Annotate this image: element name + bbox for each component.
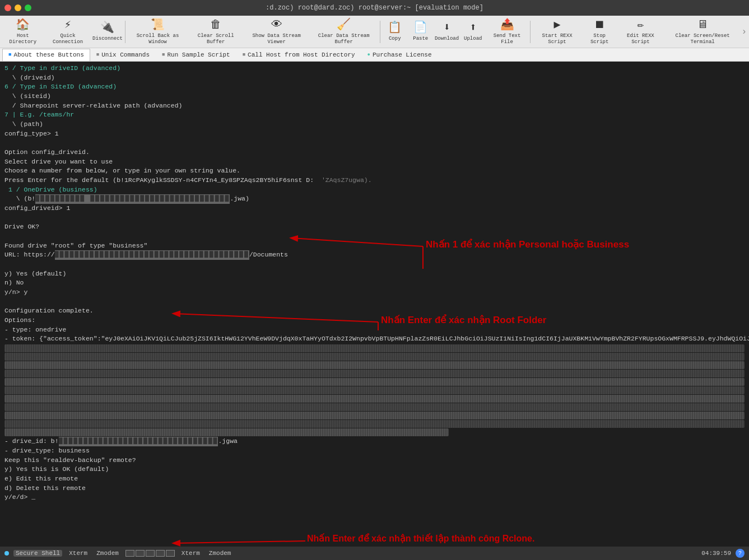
line-6: 7 | E.g. /teams/hr: [4, 110, 745, 120]
zmodem-1-label: Zmodem: [96, 550, 119, 557]
upload-label: Upload: [464, 36, 482, 42]
host-directory-label: Host Directory: [4, 33, 41, 45]
copy-button[interactable]: 📋 Copy: [383, 18, 407, 46]
stop-script-icon: ⏹: [594, 18, 605, 32]
line-3: 6 / Type in SiteID (advanced): [4, 82, 745, 92]
xterm-box-2: [136, 550, 145, 557]
paste-button[interactable]: 📄 Paste: [408, 18, 433, 46]
line-7: \ (path): [4, 120, 745, 129]
status-bar: Secure Shell Xterm Zmodem Xterm Zmodem 0…: [0, 547, 749, 560]
token-blur-8: [4, 403, 745, 411]
tab-about-buttons-dot: ■: [8, 52, 11, 58]
minimize-button[interactable]: [15, 4, 21, 11]
line-blank-1: [4, 138, 745, 148]
close-button[interactable]: [4, 4, 11, 11]
toolbar: 🏠 Host Directory ⚡ Quick Connection 🔌 Di…: [0, 16, 749, 48]
token-blur-5: [4, 378, 745, 386]
tab-run-sample[interactable]: ■ Run Sample Script: [156, 49, 236, 61]
line-blank-3: [4, 232, 745, 241]
edit-rexx-button[interactable]: ✏ Edit REXX Script: [617, 18, 664, 46]
tab-run-dot: ■: [162, 52, 165, 58]
main-area: 5 / Type in driveID (advanced) \ (drivei…: [0, 62, 749, 547]
line-22: Configuration complete.: [4, 306, 745, 316]
line-25: - token: {"access_token":"eyJ0eXAiOiJKV1…: [4, 334, 745, 344]
title-bar: :d.zoc) root@dard.zoc) root@server:~ [ev…: [0, 0, 749, 16]
status-zmodem-1[interactable]: Zmodem: [94, 550, 121, 557]
svg-line-4: [174, 541, 305, 543]
tab-purchase[interactable]: ● Purchase License: [361, 49, 438, 61]
xterm-boxes: [125, 550, 175, 557]
tab-run-label: Run Sample Script: [167, 52, 230, 58]
show-data-stream-button[interactable]: 👁 Show Data Stream Viewer: [244, 18, 309, 46]
line-4: \ (siteid): [4, 92, 745, 101]
tab-about-buttons[interactable]: ■ About these Buttons: [2, 49, 90, 61]
maximize-button[interactable]: [25, 4, 31, 11]
scroll-back-button[interactable]: 📜 Scroll Back as Window: [128, 18, 187, 46]
host-directory-icon: 🏠: [16, 18, 30, 32]
start-rexx-button[interactable]: ▶ Start REXX Script: [533, 18, 582, 46]
start-rexx-icon: ▶: [554, 18, 561, 32]
status-indicator: [4, 551, 9, 556]
download-button[interactable]: ⬇ Download: [434, 18, 459, 46]
clear-screen-button[interactable]: 🖥 Clear Screen/Reset Terminal: [665, 18, 741, 46]
token-blur-1: [4, 344, 745, 352]
tab-unix-dot: ■: [96, 52, 99, 58]
line-19: y) Yes (default): [4, 269, 745, 279]
line-5: / Sharepoint server-relative path (advan…: [4, 101, 745, 111]
status-zmodem-2[interactable]: Zmodem: [207, 550, 234, 557]
clear-data-stream-label: Clear Data Stream Buffer: [312, 33, 375, 45]
line-9: Option config_driveid.: [4, 148, 745, 157]
secure-shell-label: Secure Shell: [16, 550, 60, 557]
disconnect-button[interactable]: 🔌 Disconnect: [92, 18, 123, 46]
clear-data-stream-button[interactable]: 🧹 Clear Data Stream Buffer: [310, 18, 377, 46]
upload-icon: ⬆: [469, 21, 476, 35]
line-23: Options:: [4, 316, 745, 325]
tab-about-buttons-label: About these Buttons: [13, 52, 83, 58]
line-17: Found drive "root" of type "business": [4, 241, 745, 251]
send-text-label: Send Text File: [489, 33, 525, 45]
copy-label: Copy: [389, 36, 401, 42]
tab-unix-label: Unix Commands: [101, 52, 150, 58]
xterm-box-4: [156, 550, 165, 557]
status-secure-shell[interactable]: Secure Shell: [13, 550, 62, 557]
terminal[interactable]: 5 / Type in driveID (advanced) \ (drivei…: [0, 62, 749, 547]
send-text-icon: 📤: [500, 18, 514, 32]
send-text-file-button[interactable]: 📤 Send Text File: [486, 18, 528, 46]
download-label: Download: [435, 36, 459, 42]
more-button[interactable]: ›: [741, 27, 747, 37]
token-blur-10: [4, 420, 745, 428]
annotation-3-text: Nhấn Enter để xác nhận thiết lập thành c…: [307, 532, 534, 545]
status-xterm-2[interactable]: Xterm: [179, 550, 202, 557]
line-31: d) Delete this remote: [4, 484, 745, 493]
paste-icon: 📄: [413, 21, 427, 35]
status-time: 04:39:59: [701, 550, 731, 557]
tab-call-dot: ■: [243, 52, 245, 58]
host-directory-button[interactable]: 🏠 Host Directory: [2, 18, 44, 46]
zmodem-2-label: Zmodem: [209, 550, 231, 557]
clear-scroll-button[interactable]: 🗑 Clear Scroll Buffer: [189, 18, 243, 46]
quick-connection-label: Quick Connection: [47, 33, 89, 45]
edit-rexx-label: Edit REXX Script: [620, 33, 662, 45]
line-11: Choose a number from below, or type in y…: [4, 166, 745, 176]
upload-button[interactable]: ⬆ Upload: [460, 18, 485, 46]
tab-unix-commands[interactable]: ■ Unix Commands: [90, 49, 156, 61]
status-xterm-1[interactable]: Xterm: [67, 550, 90, 557]
toolbar-separator-2: [380, 21, 380, 43]
line-24: - type: onedrive: [4, 325, 745, 335]
line-26: - drive_id: b!██████████████████████████…: [4, 437, 745, 446]
token-blur-6: [4, 386, 745, 394]
line-20: n) No: [4, 278, 745, 288]
start-rexx-label: Start REXX Script: [535, 33, 580, 45]
line-blank-2: [4, 213, 745, 223]
line-28: Keep this "realdev-backup" remote?: [4, 456, 745, 465]
line-blank-4: [4, 260, 745, 269]
stop-script-button[interactable]: ⏹ Stop Script: [583, 18, 616, 46]
quick-connection-button[interactable]: ⚡ Quick Connection: [45, 18, 91, 46]
line-12: Press Enter for the default (b!1RcPAKygl…: [4, 176, 745, 185]
copy-icon: 📋: [388, 21, 402, 35]
tab-call-host[interactable]: ■ Call Host from Host Directory: [236, 49, 361, 61]
clear-screen-label: Clear Screen/Reset Terminal: [667, 33, 738, 45]
line-32: y/e/d> _: [4, 493, 745, 502]
quick-connection-icon: ⚡: [64, 18, 71, 32]
help-icon[interactable]: ?: [736, 549, 745, 558]
